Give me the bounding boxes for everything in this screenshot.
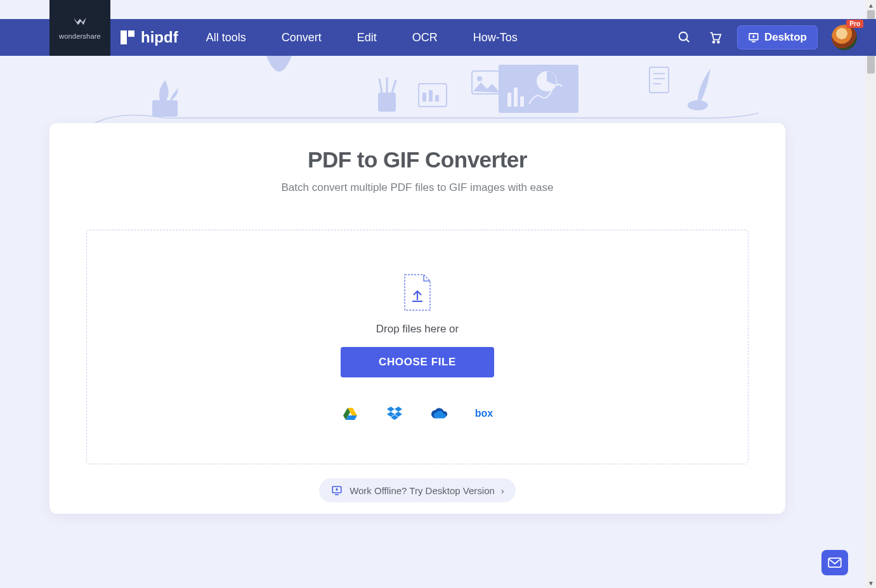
google-drive-icon xyxy=(343,407,358,421)
choose-file-button[interactable]: CHOOSE FILE xyxy=(341,347,494,377)
svg-line-3 xyxy=(686,39,690,42)
desktop-button-label: Desktop xyxy=(764,31,807,44)
nav-item-edit[interactable]: Edit xyxy=(357,31,377,44)
file-dropzone[interactable]: Drop files here or CHOOSE FILE box xyxy=(86,230,749,464)
desktop-button[interactable]: Desktop xyxy=(737,25,818,49)
svg-point-29 xyxy=(688,100,708,110)
navbar-right: Desktop Pro xyxy=(676,25,857,50)
page-subtitle: Batch convert multiple PDF files to GIF … xyxy=(49,181,785,194)
scrollbar[interactable]: ▲ ▼ xyxy=(866,0,876,588)
search-button[interactable] xyxy=(676,29,693,46)
svg-rect-18 xyxy=(472,71,501,94)
hipdf-logo[interactable]: hipdf xyxy=(119,29,178,46)
svg-point-4 xyxy=(713,41,715,43)
nav-item-convert[interactable]: Convert xyxy=(282,31,322,44)
page-title: PDF to GIF Converter xyxy=(49,147,785,173)
nav-item-howtos[interactable]: How-Tos xyxy=(473,31,518,44)
svg-rect-0 xyxy=(121,30,127,44)
nav-item-all-tools[interactable]: All tools xyxy=(206,31,246,44)
download-desktop-icon xyxy=(748,32,759,43)
google-drive-button[interactable] xyxy=(342,407,358,421)
wondershare-logo-icon xyxy=(71,16,89,29)
drop-text: Drop files here or xyxy=(376,323,459,336)
hero-decoration xyxy=(0,56,876,132)
cart-icon xyxy=(708,30,722,44)
download-icon xyxy=(330,485,343,496)
box-button[interactable]: box xyxy=(475,408,493,419)
hipdf-logo-icon xyxy=(119,29,136,46)
work-offline-label: Work Offline? Try Desktop Version xyxy=(350,485,495,496)
svg-rect-16 xyxy=(429,90,433,101)
svg-rect-32 xyxy=(828,558,841,567)
wondershare-label: wondershare xyxy=(59,32,101,40)
svg-rect-10 xyxy=(378,93,396,112)
svg-rect-14 xyxy=(419,84,447,107)
svg-line-13 xyxy=(392,80,396,93)
avatar-wrap: Pro xyxy=(832,25,857,50)
svg-rect-24 xyxy=(520,96,524,107)
upload-file-icon xyxy=(402,273,433,311)
onedrive-icon xyxy=(431,407,447,420)
nav-item-ocr[interactable]: OCR xyxy=(412,31,438,44)
cloud-sources-row: box xyxy=(342,407,493,421)
scrollbar-up-arrow-icon[interactable]: ▲ xyxy=(866,0,876,10)
svg-rect-25 xyxy=(650,67,669,93)
svg-rect-20 xyxy=(499,65,579,113)
chevron-right-icon: › xyxy=(501,485,504,496)
dropbox-button[interactable] xyxy=(386,407,403,421)
svg-rect-22 xyxy=(507,93,511,107)
svg-rect-8 xyxy=(152,100,178,117)
pro-badge: Pro xyxy=(846,20,863,28)
svg-point-19 xyxy=(477,76,482,81)
cart-button[interactable] xyxy=(707,29,723,46)
nav-links: All tools Convert Edit OCR How-Tos xyxy=(206,31,518,44)
wondershare-brand-tab[interactable]: wondershare xyxy=(49,0,110,56)
navbar: hipdf All tools Convert Edit OCR How-Tos… xyxy=(0,19,876,56)
svg-line-11 xyxy=(379,79,382,93)
hipdf-logo-text: hipdf xyxy=(141,29,178,46)
main-card: PDF to GIF Converter Batch convert multi… xyxy=(49,123,785,514)
svg-point-5 xyxy=(717,41,719,43)
svg-rect-17 xyxy=(435,95,439,101)
user-avatar[interactable] xyxy=(832,25,857,50)
svg-point-2 xyxy=(679,32,688,41)
scrollbar-down-arrow-icon[interactable]: ▼ xyxy=(866,578,876,588)
work-offline-button[interactable]: Work Offline? Try Desktop Version › xyxy=(319,478,516,502)
search-icon xyxy=(677,30,691,44)
svg-rect-15 xyxy=(422,93,426,101)
mail-icon xyxy=(828,558,842,568)
feedback-button[interactable] xyxy=(821,550,848,575)
onedrive-button[interactable] xyxy=(431,407,447,421)
dropbox-icon xyxy=(386,407,403,421)
svg-point-21 xyxy=(537,71,557,91)
svg-rect-23 xyxy=(514,88,518,107)
svg-rect-1 xyxy=(128,30,134,37)
